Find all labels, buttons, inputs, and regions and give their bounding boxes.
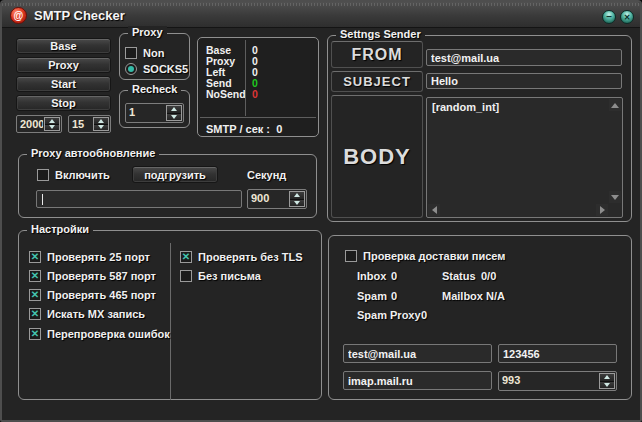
subject-input[interactable] [426,73,622,89]
checkbox-label: Проверять 587 порт [47,270,156,282]
spin-down-button[interactable] [45,124,59,131]
spin-down-button[interactable] [290,199,304,207]
settings-divider [170,243,171,400]
checkbox-label: Проверять 465 порт [47,289,156,301]
checkbox-label: Проверять 25 порт [47,251,150,263]
scrollbar-down-button[interactable] [609,191,621,203]
minimize-button[interactable]: – [602,10,616,24]
delivery-password-input[interactable] [498,344,617,363]
status-label: Status [442,270,476,282]
checkbox-label: Без письма [198,270,261,282]
spam-label: Spam [357,290,387,302]
body-textarea[interactable]: [random_int] [426,97,623,218]
check-mark-icon: ✕ [31,290,39,300]
autoupdate-group-title: Proxy автообновление [27,147,159,159]
recheck-group-title: Recheck [128,83,181,95]
scrollbar-up-button[interactable] [609,99,621,111]
settings-groupbox: Настройки ✕ Проверять 25 порт ✕ Проверят… [18,230,322,400]
stats-panel: Base0 Proxy0 Left0 Send0 NoSend0 SMTP / … [197,37,319,137]
non-checkbox[interactable]: Non [125,46,164,59]
titlebar[interactable]: @ SMTP Checker – ✕ [2,2,640,28]
from-panel: FROM [331,41,423,68]
enable-autoupdate-checkbox[interactable]: Включить [37,168,110,181]
close-button[interactable]: ✕ [620,10,634,24]
arrow-down-icon [49,125,55,129]
threads-spinner[interactable]: 2000 [16,115,62,133]
checkbox-box: ✕ [29,308,41,320]
scroll-up-icon [611,103,619,108]
delivery-check-checkbox[interactable]: Проверка доставки писем [345,249,505,262]
radio-circle [125,63,137,75]
base-button-label: Base [50,40,76,52]
recheck-spinner[interactable]: 1 [125,103,184,123]
seconds-spinner-buttons [289,191,305,207]
check-no-tls-checkbox[interactable]: ✕ Проверять без TLS [180,250,303,263]
load-proxy-button[interactable]: подгрузить [132,166,218,183]
imap-host-input[interactable] [343,371,492,390]
stats-horizontal-divider [200,117,316,118]
find-mx-checkbox[interactable]: ✕ Искать MX запись [29,307,145,320]
timeout-value: 15 [69,116,92,132]
spam-proxy-label: Spam Proxy [357,309,421,321]
delivery-check-label: Проверка доставки писем [363,250,505,262]
checkbox-box: ✕ [29,251,41,263]
spin-down-button[interactable] [600,381,614,389]
spam-value: 0 [391,290,397,302]
timeout-spinner[interactable]: 15 [68,115,111,133]
checkbox-box: ✕ [29,270,41,282]
checkbox-label: Искать MX запись [47,308,145,320]
subject-panel: SUBJECT [331,71,423,92]
smtp-rate-label: SMTP / сек : [206,123,270,135]
arrow-up-icon [294,193,300,197]
smtp-checker-window: @ SMTP Checker – ✕ Base Proxy Start Stop… [0,0,642,422]
load-proxy-button-label: подгрузить [144,169,206,181]
scrollbar-right-button[interactable] [596,204,608,216]
seconds-spinner[interactable]: 900 [247,189,307,209]
spin-down-button[interactable] [167,113,181,121]
start-button[interactable]: Start [16,76,111,92]
arrow-down-icon [604,383,610,387]
no-letter-checkbox[interactable]: Без письма [180,269,261,282]
recheck-errors-checkbox[interactable]: ✕ Перепроверка ошибок [29,327,170,340]
proxy-button[interactable]: Proxy [16,57,111,73]
imap-port-spinner[interactable]: 993 [498,371,617,391]
checkbox-box [125,47,137,59]
proxy-url-input[interactable] [36,190,242,208]
base-button[interactable]: Base [16,38,111,54]
start-button-label: Start [51,78,76,90]
scrollbar-left-button[interactable] [428,204,440,216]
mailbox-label: Mailbox [442,290,483,302]
stat-row-left: Left0 [206,67,258,77]
delivery-email-input[interactable] [343,344,492,363]
check-mark-icon: ✕ [182,252,190,262]
stat-row-send: Send0 [206,78,258,88]
window-title: SMTP Checker [34,8,125,23]
imap-port-value: 993 [499,372,598,390]
inbox-value: 0 [391,270,397,282]
check-port25-checkbox[interactable]: ✕ Проверять 25 порт [29,250,150,263]
from-input[interactable] [426,49,622,66]
checkbox-box: ✕ [29,328,41,340]
arrow-up-icon [98,119,104,123]
timeout-spinner-buttons [93,117,109,131]
checkbox-label: Перепроверка ошибок [47,328,170,340]
proxy-button-label: Proxy [48,59,79,71]
proxy-autoupdate-groupbox: Proxy автообновление Включить подгрузить… [18,154,317,218]
stop-button[interactable]: Stop [16,95,111,111]
spin-down-button[interactable] [94,124,108,131]
stats-vertical-divider [245,40,246,116]
proxy-groupbox: Proxy Non SOCKS5 [119,33,190,80]
socks5-radio[interactable]: SOCKS5 [125,62,188,75]
status-value: 0/0 [481,270,496,282]
inbox-label: Inbox [357,270,386,282]
close-icon: ✕ [624,13,631,22]
check-port587-checkbox[interactable]: ✕ Проверять 587 порт [29,269,156,282]
text-caret [42,194,43,205]
stat-value-nosend: 0 [252,88,258,100]
stat-row-base: Base0 [206,45,258,55]
smtp-rate-value: 0 [276,123,282,135]
check-mark-icon: ✕ [31,309,39,319]
threads-value: 2000 [17,116,43,132]
check-port465-checkbox[interactable]: ✕ Проверять 465 порт [29,288,156,301]
stat-row-nosend: NoSend0 [206,89,258,99]
